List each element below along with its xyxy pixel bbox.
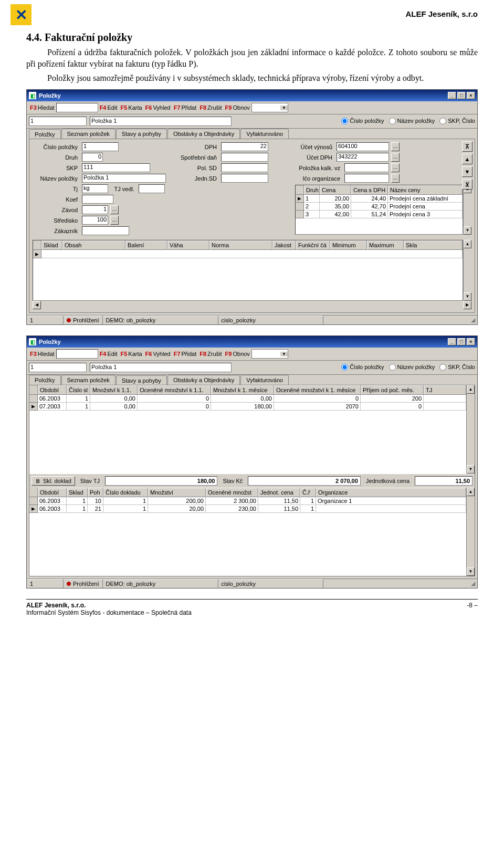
toolbar-karta[interactable]: F5Karta bbox=[119, 350, 143, 358]
price-row[interactable]: 2 35,00 42,70 Prodejní cena bbox=[296, 203, 463, 211]
detail-bottom-grid[interactable]: Sklad Obsah Balení Váha Norma Jakost Fun… bbox=[33, 240, 463, 301]
radio-cislo-polozky[interactable]: Číslo položky bbox=[341, 364, 384, 371]
lookup-ucet-vyn-button[interactable]: … bbox=[391, 142, 400, 151]
scroll-up-icon[interactable]: ▲ bbox=[464, 240, 471, 248]
toolbar-karta[interactable]: F5Karta bbox=[119, 104, 143, 111]
col-vaha[interactable]: Váha bbox=[167, 240, 209, 250]
maximize-button[interactable]: □ bbox=[457, 338, 466, 345]
nav-next-button[interactable]: ▼ bbox=[462, 166, 472, 177]
toolbar-edit[interactable]: F4Edit bbox=[98, 104, 119, 111]
scroll-down-icon[interactable]: ▼ bbox=[464, 226, 471, 235]
toolbar-vyhled[interactable]: F6Vyhled bbox=[144, 350, 172, 358]
col-obdobi[interactable]: Období bbox=[38, 385, 67, 395]
toolbar-zrusit[interactable]: F8Zrušit bbox=[198, 350, 223, 358]
pohyby-row[interactable]: 06.2003 1 10 1 200,00 2 300,00 11,50 1 O… bbox=[29, 497, 466, 505]
search-input[interactable] bbox=[56, 349, 98, 359]
bottom-grid-hscroll[interactable]: ◀ ▶ bbox=[33, 301, 471, 309]
col-cislo-sl[interactable]: Číslo sl bbox=[67, 385, 90, 395]
input-druh[interactable]: 0 bbox=[82, 153, 103, 162]
col-cr[interactable]: Č.ř bbox=[300, 488, 316, 497]
col-minimum[interactable]: Minimum bbox=[330, 240, 367, 250]
pohyby-grid[interactable]: Období Sklad Poh Číslo dokladu Množství … bbox=[29, 488, 466, 576]
filter-id-input[interactable]: 1 bbox=[29, 363, 87, 372]
stavy-top-grid[interactable]: Období Číslo sl Množství k 1.1. Oceněné … bbox=[29, 385, 466, 474]
col-nazev-ceny[interactable]: Název ceny bbox=[388, 185, 463, 195]
titlebar[interactable]: ◧ Položky _ □ × bbox=[27, 90, 477, 101]
stavy-row[interactable]: ▶ 07.2003 1 0,00 0 180,00 2070 0 bbox=[29, 403, 466, 411]
stavy-top-vscroll[interactable]: ▲▼ bbox=[466, 385, 475, 474]
col-ocmnoz1m[interactable]: Oceněné množství k 1. měsíce bbox=[274, 385, 361, 395]
input-tj[interactable]: kg bbox=[82, 184, 108, 193]
col-skla[interactable]: Skla bbox=[404, 240, 463, 250]
nav-prev-button[interactable]: ▲ bbox=[462, 154, 472, 164]
col-funkcni-cast[interactable]: Funkční čá bbox=[296, 240, 330, 250]
toolbar-hledat[interactable]: F3Hledat bbox=[28, 350, 56, 358]
col-tj[interactable]: TJ bbox=[424, 385, 466, 395]
tab-vyfakturovano[interactable]: Vyfakturováno bbox=[240, 129, 289, 139]
radio-skp-cislo[interactable]: SKP, Číslo bbox=[439, 364, 475, 371]
minimize-button[interactable]: _ bbox=[448, 338, 456, 345]
toolbar-zrusit[interactable]: F8Zrušit bbox=[198, 104, 223, 111]
bottom-grid-vscroll[interactable]: ▲ ▼ bbox=[463, 240, 471, 301]
tab-obstavky[interactable]: Obstávky a Objednávky bbox=[167, 129, 240, 139]
col-mnozstvi[interactable]: Množství bbox=[148, 488, 206, 497]
price-row[interactable]: ▶ 1 20,00 24,40 Prodejní cena základní bbox=[296, 195, 463, 203]
stavy-row[interactable]: 06.2003 1 0,00 0 0,00 0 200 bbox=[29, 395, 466, 403]
price-row[interactable]: 3 42,00 51,24 Prodejní cena 3 bbox=[296, 211, 463, 218]
col-sklad[interactable]: Sklad bbox=[41, 240, 62, 250]
col-mnoz11[interactable]: Množství k 1.1. bbox=[90, 385, 138, 395]
lookup-ucet-dph-button[interactable]: … bbox=[391, 153, 400, 162]
lookup-zavod-button[interactable]: … bbox=[110, 205, 119, 214]
pohyby-row[interactable]: ▶ 06.2003 1 21 1 20,00 230,00 11,50 1 bbox=[29, 505, 466, 513]
filter-name-input[interactable]: Položka 1 bbox=[90, 363, 232, 372]
toolbar-dropdown[interactable]: ▼ bbox=[251, 349, 288, 359]
col-jedn-cena[interactable]: Jednot. cena bbox=[258, 488, 300, 497]
input-nazev[interactable]: Položka 1 bbox=[82, 174, 166, 183]
close-button[interactable]: × bbox=[467, 338, 475, 345]
scroll-left-icon[interactable]: ◀ bbox=[33, 301, 41, 309]
search-input[interactable] bbox=[56, 103, 98, 112]
toolbar-pridat[interactable]: F7Přidat bbox=[172, 104, 198, 111]
col-jakost[interactable]: Jakost bbox=[272, 240, 296, 250]
col-sklad[interactable]: Sklad bbox=[67, 488, 88, 497]
toolbar-edit[interactable]: F4Edit bbox=[98, 350, 119, 358]
resize-grip-icon[interactable]: ◢ bbox=[469, 579, 477, 588]
input-tjvedl[interactable] bbox=[139, 184, 165, 193]
col-obdobi[interactable]: Období bbox=[38, 488, 67, 497]
col-prijem[interactable]: Příjem od poč. měs. bbox=[361, 385, 424, 395]
toolbar-vyhled[interactable]: F6Vyhled bbox=[144, 104, 172, 111]
tab-stavy[interactable]: Stavy a pohyby bbox=[116, 375, 167, 385]
scroll-down-icon[interactable]: ▼ bbox=[467, 465, 475, 474]
price-grid[interactable]: Druh Cena Cena s DPH Název ceny ▶ 1 20,0… bbox=[295, 185, 463, 235]
lookup-ico-button[interactable]: … bbox=[391, 174, 400, 183]
titlebar[interactable]: ◧ Položky _ □ × bbox=[27, 336, 477, 348]
scroll-down-icon[interactable]: ▼ bbox=[467, 568, 475, 576]
scroll-right-icon[interactable]: ▶ bbox=[463, 301, 471, 309]
toolbar-obnov[interactable]: F9Obnov bbox=[224, 350, 251, 358]
tab-vyfakturovano[interactable]: Vyfakturováno bbox=[240, 375, 289, 385]
radio-cislo-polozky[interactable]: Číslo položky bbox=[341, 118, 384, 124]
input-zakaznik[interactable] bbox=[82, 226, 129, 235]
nav-first-button[interactable]: ⊼ bbox=[462, 141, 472, 152]
col-ocmnoz11[interactable]: Oceněné množství k 1.1. bbox=[138, 385, 211, 395]
input-jednsd[interactable] bbox=[221, 174, 268, 183]
filter-id-input[interactable]: 1 bbox=[29, 117, 87, 126]
minimize-button[interactable]: _ bbox=[448, 92, 456, 99]
input-dph[interactable]: 22 bbox=[221, 142, 268, 151]
toolbar-dropdown[interactable]: ▼ bbox=[251, 103, 288, 112]
scroll-up-icon[interactable]: ▲ bbox=[467, 385, 475, 394]
col-baleni[interactable]: Balení bbox=[125, 240, 167, 250]
nav-last-button[interactable]: ⊻ bbox=[462, 179, 472, 190]
toolbar-pridat[interactable]: F7Přidat bbox=[172, 350, 198, 358]
input-spotrdan[interactable] bbox=[221, 153, 268, 162]
filter-name-input[interactable]: Položka 1 bbox=[90, 117, 232, 126]
tab-polozky[interactable]: Položky bbox=[29, 129, 61, 139]
input-cislo-polozky[interactable]: 1 bbox=[82, 142, 119, 151]
pohyby-vscroll[interactable]: ▲▼ bbox=[466, 488, 475, 576]
lookup-stredisko-button[interactable]: … bbox=[110, 216, 119, 225]
skl-doklad-button[interactable]: 🗎Skl. doklad bbox=[32, 476, 75, 486]
col-maximum[interactable]: Maximum bbox=[367, 240, 404, 250]
toolbar-obnov[interactable]: F9Obnov bbox=[224, 104, 251, 111]
input-stredisko[interactable]: 100 bbox=[82, 216, 108, 225]
scroll-down-icon[interactable]: ▼ bbox=[464, 292, 471, 301]
